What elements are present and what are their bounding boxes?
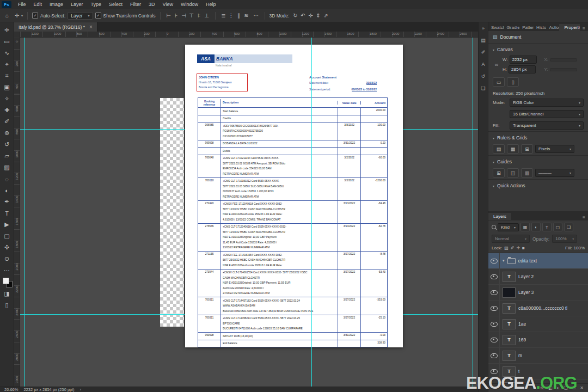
lasso-tool[interactable]: ∿: [1, 47, 13, 59]
distribute-vertical-icon[interactable]: ≣: [220, 13, 228, 19]
landscape-canvas-icon[interactable]: ▭: [493, 77, 505, 87]
align-top-icon[interactable]: ⊤: [188, 13, 195, 19]
filter-adjustment-icon[interactable]: ◐: [531, 223, 541, 231]
gradient-tool[interactable]: ▨: [1, 162, 13, 173]
scale-3d-icon[interactable]: ⇗: [322, 13, 329, 19]
menu-image[interactable]: Image: [46, 0, 67, 9]
menu-view[interactable]: View: [159, 0, 177, 9]
orbit-3d-icon[interactable]: ↻: [291, 13, 299, 19]
clear-guides-icon[interactable]: ▥: [521, 168, 533, 177]
canvas-area[interactable]: ASA BANKA Naša i snažna! JOHN CITIZEN Hr…: [20, 38, 478, 387]
drag-3d-icon[interactable]: ✛: [307, 13, 314, 19]
roll-3d-icon[interactable]: ↶: [299, 13, 307, 19]
history-brush-tool[interactable]: ↺: [1, 139, 13, 150]
canvas-section-header[interactable]: ▾ Canvas: [488, 43, 588, 54]
crop-tool[interactable]: ⌗: [1, 70, 13, 82]
clone-stamp-tool[interactable]: ⊛: [1, 127, 13, 139]
lock-position-icon[interactable]: ✛: [516, 246, 520, 250]
layer-fill-value[interactable]: 100%: [574, 246, 585, 250]
vertical-guide[interactable]: [473, 38, 473, 387]
libraries-panel-icon[interactable]: ❏: [481, 85, 485, 91]
swatches-panel-icon[interactable]: ▤: [481, 38, 486, 43]
menu-filter[interactable]: Filter: [126, 0, 145, 9]
link-dimensions-icon[interactable]: ∞: [493, 62, 500, 68]
height-field[interactable]: 2854 px: [509, 65, 536, 74]
tab-layers[interactable]: Layers: [488, 213, 511, 220]
opacity-select[interactable]: 100% ▾: [552, 235, 577, 243]
vertical-guide[interactable]: [311, 38, 312, 387]
visibility-toggle-icon[interactable]: [488, 269, 500, 284]
visibility-toggle-icon[interactable]: [488, 285, 500, 300]
tab-gradients[interactable]: Gradients: [504, 24, 520, 31]
tab-history[interactable]: History: [534, 24, 546, 31]
quick-mask-icon[interactable]: ◨: [1, 288, 13, 299]
eyedropper-tool[interactable]: ✧: [1, 93, 13, 105]
tab-actions[interactable]: Actions: [546, 24, 559, 31]
menu-file[interactable]: File: [14, 0, 30, 9]
brush-tool[interactable]: ✐: [1, 116, 13, 127]
rulers-grids-section-header[interactable]: ▾ Rulers & Grids: [488, 131, 588, 143]
horizontal-ruler[interactable]: 1200100080060040020002004006008001000120…: [20, 32, 478, 38]
toggle-rulers-icon[interactable]: ▤: [493, 144, 505, 154]
bit-depth-select[interactable]: 16 Bits/Channel ▾: [510, 110, 584, 118]
tab-swatches[interactable]: Swatches: [488, 24, 504, 31]
zoom-tool[interactable]: ⊙: [1, 253, 13, 265]
marquee-tool[interactable]: ▭: [1, 36, 13, 47]
tab-properties[interactable]: Properties: [559, 24, 580, 31]
menu-help[interactable]: Help: [202, 0, 220, 9]
menu-3d[interactable]: 3D: [145, 0, 159, 9]
units-select[interactable]: Pixels ▾: [535, 145, 574, 153]
home-icon[interactable]: ⌂: [3, 13, 11, 19]
width-field[interactable]: 2232 px: [510, 56, 537, 64]
frame-tool[interactable]: ▣: [1, 82, 13, 93]
more-options-icon[interactable]: ⋯: [253, 13, 260, 19]
show-transform-checkbox[interactable]: ✓: [95, 13, 101, 19]
edit-toolbar-icon[interactable]: ⋯: [1, 265, 13, 276]
layer-row[interactable]: Layer 3: [488, 285, 588, 301]
guide-layout-icon[interactable]: ◫: [507, 168, 519, 177]
filter-shape-icon[interactable]: ▢: [553, 223, 562, 231]
filter-type-icon[interactable]: T: [542, 223, 552, 231]
vertical-ruler[interactable]: 0200400600800100012001400160018002000220…: [14, 38, 20, 387]
align-left-icon[interactable]: ⊢: [165, 13, 173, 19]
layer-row[interactable]: Tc8a000000...ccccccc0 tl: [488, 301, 588, 316]
panel-menu-icon[interactable]: ≡: [580, 215, 588, 220]
statement-document[interactable]: ASA BANKA Naša i snažna! JOHN CITIZEN Hr…: [185, 45, 403, 347]
blur-tool[interactable]: ◌: [1, 173, 13, 185]
distribute-space-icon[interactable]: ∥: [235, 13, 243, 19]
canvas-fill-select[interactable]: Transparent ▾: [510, 121, 584, 130]
move-tool[interactable]: ✛: [1, 24, 13, 36]
color-mode-select[interactable]: RGB Color ▾: [510, 99, 584, 107]
dodge-tool[interactable]: ◐: [1, 185, 13, 196]
distribute-even-icon[interactable]: ≋: [243, 13, 250, 19]
visibility-toggle-icon[interactable]: [488, 253, 500, 268]
document-tab[interactable]: Italy id.psd @ 20.7% (RGB/16) * ×: [14, 22, 97, 32]
path-selection-tool[interactable]: ▶: [1, 219, 13, 230]
move-tool-preset-icon[interactable]: ✛: [13, 13, 21, 19]
layer-row[interactable]: TLayer 2: [488, 269, 588, 285]
align-bottom-icon[interactable]: ⊥: [203, 13, 211, 19]
menu-type[interactable]: Type: [87, 0, 106, 9]
history-panel-icon[interactable]: ↺: [481, 74, 486, 79]
character-panel-icon[interactable]: A: [481, 62, 485, 67]
filter-kind-select[interactable]: Kind ▾: [498, 223, 519, 231]
toggle-grid-icon[interactable]: ▦: [507, 144, 519, 154]
filter-pixel-icon[interactable]: ▦: [520, 223, 530, 231]
collapse-panels-icon[interactable]: »: [482, 26, 485, 31]
tool-preset-caret-icon[interactable]: ▾: [21, 14, 23, 17]
filter-smart-icon[interactable]: ❏: [564, 223, 573, 231]
healing-brush-tool[interactable]: ✚: [1, 105, 13, 116]
group-expand-icon[interactable]: ▾: [503, 259, 505, 263]
delete-layer-icon[interactable]: ✕: [580, 385, 584, 390]
zoom-level[interactable]: 20.66%: [4, 387, 18, 392]
type-tool[interactable]: T: [1, 207, 13, 219]
menu-window[interactable]: Window: [177, 0, 202, 9]
brush-settings-icon[interactable]: ✐: [481, 50, 486, 55]
guides-section-header[interactable]: ▾ Guides: [488, 155, 588, 167]
vertical-guide[interactable]: [24, 38, 25, 387]
layer-row[interactable]: Tm: [488, 348, 588, 364]
panel-menu-icon[interactable]: ≡: [580, 26, 588, 31]
lock-all-icon[interactable]: ■: [522, 246, 525, 250]
layer-row[interactable]: T169: [488, 332, 588, 348]
layer-row[interactable]: T1ae: [488, 316, 588, 332]
